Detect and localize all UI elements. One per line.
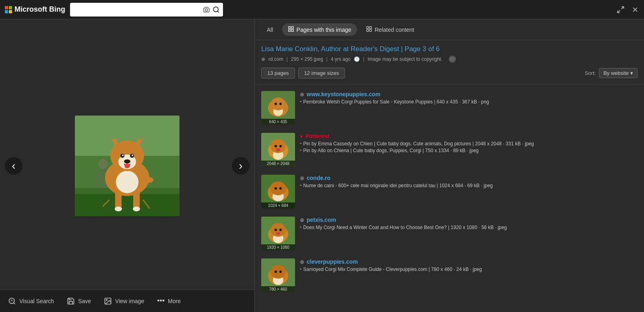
result-info: ⊕ petxis.com • Does My Corgi Need a Wint… (300, 217, 638, 250)
search-button[interactable] (213, 6, 220, 13)
svg-rect-40 (369, 29, 372, 31)
site-url[interactable]: cleverpuppies.com (307, 258, 358, 265)
bing-logo-text: Microsoft Bing (14, 5, 65, 14)
sort-dropdown[interactable]: By website ▾ (599, 68, 638, 78)
svg-line-3 (621, 6, 624, 9)
svg-point-47 (279, 103, 282, 105)
globe-icon: ⊕ (300, 217, 304, 223)
main-image (75, 116, 180, 216)
result-thumbnail: 1920 × 1080 (261, 217, 295, 250)
more-icon: ••• (157, 297, 165, 305)
save-label: Save (78, 298, 91, 304)
site-url[interactable]: Pinterest (305, 133, 330, 139)
svg-point-67 (276, 232, 280, 235)
svg-rect-37 (289, 29, 291, 31)
svg-point-72 (275, 271, 277, 273)
svg-point-21 (124, 159, 130, 163)
site-url[interactable]: petxis.com (307, 217, 336, 223)
sort-label: Sort: (585, 70, 596, 76)
result-entry: • Pembroke Welsh Corgi Puppies for Sale … (300, 99, 638, 105)
tab-pages[interactable]: Pages with this image (282, 23, 357, 36)
more-label: More (168, 298, 181, 304)
copyright-notice: Image may be subject to copyright. (367, 56, 442, 62)
thumb-size-label: 780 × 460 (261, 286, 295, 292)
pages-filter-button[interactable]: 13 pages (261, 68, 295, 79)
shield-icon[interactable]: 🛡 (449, 56, 456, 63)
svg-point-10 (98, 159, 108, 169)
pinterest-icon: ● (300, 133, 303, 139)
chevron-down-icon: ▾ (630, 70, 633, 76)
site-url[interactable]: conde.ro (307, 175, 330, 181)
result-item[interactable]: 2048 × 2048 ● Pinterest • Pin by Emma Ca… (261, 133, 638, 167)
view-image-toolbar-item[interactable]: View image (104, 297, 144, 305)
result-title[interactable]: Lisa Marie Conklin, Author at Reader's D… (261, 45, 638, 53)
svg-line-31 (14, 302, 15, 304)
svg-point-20 (132, 155, 133, 156)
svg-point-65 (275, 229, 277, 231)
svg-line-2 (217, 11, 219, 12)
expand-button[interactable] (617, 6, 625, 14)
left-panel: ‹ (0, 19, 254, 312)
results-list: 640 × 435 ⊕ www.keystonepuppies.com • Pe… (255, 91, 644, 312)
result-item[interactable]: 1920 × 1080 ⊕ petxis.com • Does My Corgi… (261, 217, 638, 250)
result-item[interactable]: 640 × 435 ⊕ www.keystonepuppies.com • Pe… (261, 91, 638, 125)
svg-point-27 (145, 177, 153, 183)
svg-point-19 (122, 155, 124, 156)
camera-icon[interactable] (203, 6, 210, 13)
svg-point-1 (213, 7, 218, 12)
svg-point-26 (133, 207, 140, 211)
svg-point-73 (279, 271, 282, 273)
svg-point-25 (115, 207, 122, 211)
result-item[interactable]: 1024 × 684 ⊕ conde.ro • Nume de caini - … (261, 175, 638, 209)
result-item[interactable]: 780 × 460 ⊕ cleverpuppies.com • Samoyed … (261, 258, 638, 292)
result-entry: • Samoyed Corgi Mix Complete Guide - Cle… (300, 267, 638, 272)
sort-value: By website (603, 70, 629, 76)
thumb-size-label: 1920 × 1080 (261, 244, 295, 250)
result-info: ⊕ www.keystonepuppies.com • Pembroke Wel… (300, 91, 638, 125)
svg-point-52 (275, 145, 277, 147)
result-entry: • Pin by Allo on Chiena | Cute baby dogs… (300, 148, 638, 153)
search-input[interactable] (73, 6, 200, 13)
visual-search-icon (8, 297, 16, 305)
result-entry: • Pin by Emma Cassedy on Chien | Cute ba… (300, 141, 638, 147)
next-arrow[interactable]: › (232, 157, 250, 175)
save-toolbar-item[interactable]: Save (67, 297, 91, 305)
svg-rect-36 (291, 29, 293, 31)
tab-related-icon (366, 26, 372, 33)
site-url[interactable]: www.keystonepuppies.com (307, 91, 380, 97)
svg-point-60 (279, 187, 282, 190)
sizes-filter-button[interactable]: 12 image sizes (298, 68, 345, 79)
save-icon (67, 297, 75, 305)
svg-rect-38 (367, 27, 369, 29)
tab-pages-icon (288, 26, 294, 33)
more-toolbar-item[interactable]: ••• More (157, 297, 181, 305)
view-image-label: View image (115, 298, 144, 304)
svg-point-54 (276, 148, 281, 151)
tab-all-label: All (267, 27, 273, 33)
header-right (617, 6, 639, 14)
view-image-icon (104, 297, 112, 305)
svg-point-58 (270, 182, 286, 195)
prev-arrow[interactable]: ‹ (5, 157, 23, 175)
logo-sq4 (9, 10, 12, 13)
svg-rect-39 (369, 27, 372, 29)
result-header: Lisa Marie Conklin, Author at Reader's D… (255, 40, 644, 66)
bottom-toolbar: Visual Search Save (0, 289, 254, 312)
svg-point-71 (270, 265, 286, 279)
tab-related[interactable]: Related content (360, 23, 420, 36)
visual-search-toolbar-item[interactable]: Visual Search (8, 297, 54, 305)
svg-point-30 (9, 298, 14, 303)
svg-point-66 (279, 229, 282, 231)
tab-all[interactable]: All (261, 24, 279, 35)
close-button[interactable] (631, 6, 639, 14)
result-thumbnail: 2048 × 2048 (261, 133, 295, 167)
svg-point-33 (106, 299, 107, 300)
result-entry: • Does My Corgi Need a Winter Coat and H… (300, 225, 638, 230)
svg-point-14 (116, 171, 138, 193)
result-thumbnail: 640 × 435 (261, 91, 295, 125)
svg-point-46 (275, 103, 277, 105)
visual-search-label: Visual Search (19, 298, 54, 304)
right-panel: All Pages with this image (254, 19, 644, 312)
result-dimensions: 295 × 295 jpeg (291, 56, 323, 62)
result-source: rd.com (268, 56, 283, 62)
